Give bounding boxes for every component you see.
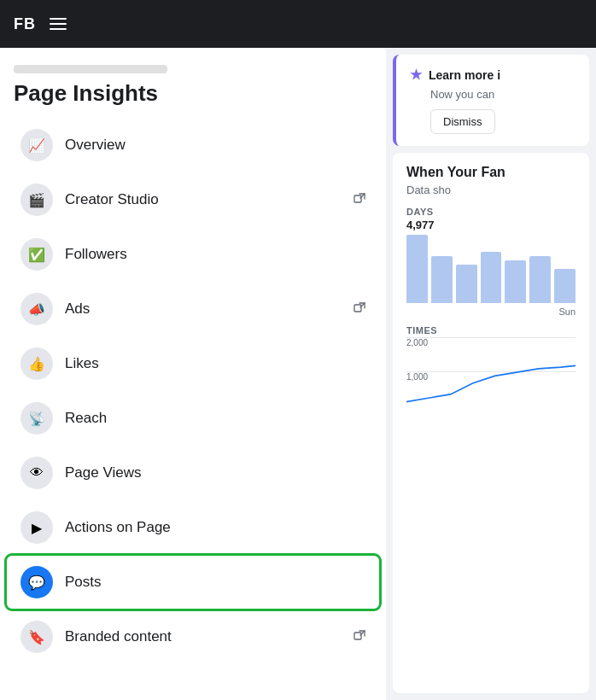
times-section: TIMES 2,000 1,000	[406, 325, 576, 405]
bar-chart-bar	[554, 269, 576, 303]
sidebar-item-likes[interactable]: 👍Likes	[7, 337, 379, 390]
nav-icon-actions-on-page: ▶	[20, 511, 53, 544]
right-panel: ★ Learn more i Now you can Dismiss When …	[386, 48, 596, 700]
sidebar-title: Page Insights	[14, 80, 372, 107]
day-name: Sun	[406, 306, 576, 317]
learn-card-text: Now you can	[410, 88, 576, 101]
bar-chart-bar	[431, 256, 453, 303]
svg-rect-0	[354, 195, 361, 202]
nav-label-posts: Posts	[65, 574, 102, 591]
sidebar-item-posts[interactable]: 💬Posts	[7, 556, 379, 609]
sidebar-item-creator-studio[interactable]: 🎬Creator Studio	[7, 173, 379, 226]
nav-icon-branded-content: 🔖	[20, 621, 53, 653]
sidebar-nav: 📈Overview🎬Creator Studio✅Followers📣Ads👍L…	[0, 119, 386, 663]
nav-icon-posts: 💬	[20, 566, 53, 598]
fb-logo: FB	[14, 15, 36, 33]
nav-label-overview: Overview	[65, 137, 126, 154]
external-icon-creator-studio	[354, 193, 365, 207]
nav-label-ads: Ads	[65, 300, 90, 318]
nav-label-likes: Likes	[65, 355, 99, 372]
nav-icon-ads: 📣	[20, 293, 53, 325]
sidebar-item-page-views[interactable]: 👁Page Views	[7, 446, 379, 499]
bar-chart-bar	[481, 252, 502, 303]
svg-rect-2	[354, 305, 361, 312]
times-chart: 2,000 1,000	[406, 337, 576, 405]
sidebar-item-overview[interactable]: 📈Overview	[7, 119, 379, 172]
nav-icon-reach: 📡	[20, 402, 53, 435]
days-label: DAYS	[406, 207, 576, 217]
nav-label-branded-content: Branded content	[65, 628, 172, 645]
sidebar-item-actions-on-page[interactable]: ▶Actions on Page	[7, 501, 379, 554]
topbar: FB	[0, 0, 596, 48]
chart-data-show: Data sho	[406, 184, 576, 196]
nav-label-actions-on-page: Actions on Page	[65, 519, 171, 536]
nav-icon-page-views: 👁	[20, 457, 53, 489]
chart-card: When Your Fan Data sho DAYS 4,977 Sun TI…	[393, 153, 589, 693]
sidebar-item-reach[interactable]: 📡Reach	[7, 392, 379, 445]
star-icon: ★	[410, 67, 422, 83]
bar-chart	[406, 235, 576, 303]
nav-icon-overview: 📈	[20, 129, 53, 161]
chart-title: When Your Fan	[406, 165, 576, 180]
nav-label-followers: Followers	[65, 246, 127, 263]
sidebar-item-branded-content[interactable]: 🔖Branded content	[7, 610, 379, 663]
nav-label-creator-studio: Creator Studio	[65, 191, 159, 208]
main-layout: Page Insights 📈Overview🎬Creator Studio✅F…	[0, 48, 596, 700]
bar-chart-bar	[529, 256, 551, 303]
sidebar-item-ads[interactable]: 📣Ads	[7, 283, 379, 335]
scroll-indicator	[14, 65, 167, 73]
times-label: TIMES	[406, 325, 576, 335]
dismiss-button[interactable]: Dismiss	[430, 109, 495, 134]
days-value: 4,977	[406, 219, 576, 231]
bar-chart-bar	[406, 235, 428, 303]
nav-icon-likes: 👍	[20, 347, 53, 380]
external-icon-branded-content	[354, 630, 365, 645]
nav-icon-followers: ✅	[20, 238, 53, 271]
bar-chart-bar	[505, 260, 526, 303]
times-curve-svg	[406, 347, 576, 405]
bar-chart-bar	[456, 265, 477, 303]
svg-rect-4	[354, 633, 361, 639]
learn-card: ★ Learn more i Now you can Dismiss	[393, 55, 589, 146]
menu-icon[interactable]	[50, 18, 67, 30]
sidebar: Page Insights 📈Overview🎬Creator Studio✅F…	[0, 48, 386, 700]
nav-label-page-views: Page Views	[65, 464, 141, 481]
sidebar-item-followers[interactable]: ✅Followers	[7, 228, 379, 281]
learn-card-title: ★ Learn more i	[410, 67, 576, 83]
nav-label-reach: Reach	[65, 410, 107, 427]
external-icon-ads	[354, 302, 365, 317]
sidebar-header: Page Insights	[0, 48, 386, 117]
nav-icon-creator-studio: 🎬	[20, 184, 53, 216]
